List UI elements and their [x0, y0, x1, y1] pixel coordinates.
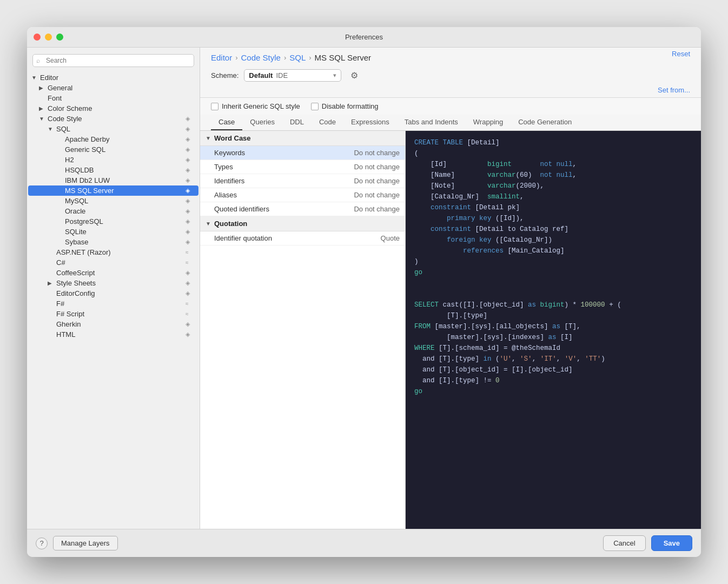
tab-queries[interactable]: Queries: [242, 115, 282, 130]
sidebar-item-color-scheme[interactable]: ▶ Color Scheme: [28, 103, 198, 114]
sidebar-item-fsharp-script[interactable]: F# Script ≈: [28, 309, 198, 319]
code-line-3: [Id] bigint not null,: [414, 159, 692, 170]
code-line-9: constraint [Detail to Catalog ref]: [414, 224, 692, 235]
breadcrumb-arrow-2: ›: [284, 54, 286, 62]
gear-button[interactable]: ⚙: [347, 68, 362, 83]
sidebar-item-html[interactable]: HTML ◈: [28, 329, 198, 340]
code-line-7: constraint [Detail pk]: [414, 202, 692, 213]
titlebar: Preferences: [27, 27, 701, 48]
sidebar-item-oracle[interactable]: Oracle ◈: [28, 206, 198, 216]
disable-format-option[interactable]: Disable formatting: [311, 102, 379, 110]
quotation-section-header[interactable]: ▼ Quotation: [200, 216, 405, 231]
section-collapse-arrow: ▼: [206, 135, 211, 141]
types-row[interactable]: Types Do not change: [200, 160, 405, 174]
scheme-label: Scheme:: [211, 71, 239, 79]
window-controls: [34, 34, 63, 41]
sidebar-item-ibm-db2[interactable]: IBM Db2 LUW ◈: [28, 175, 198, 185]
search-bar: ⌕: [27, 51, 200, 70]
sidebar-item-font[interactable]: Font: [28, 93, 198, 103]
disable-checkbox[interactable]: [311, 103, 319, 110]
tab-case[interactable]: Case: [211, 115, 242, 130]
sidebar-item-coffeescript[interactable]: CoffeeScript ◈: [28, 268, 198, 278]
aliases-value: Do not change: [354, 191, 400, 199]
code-line-8: primary key ([Id]),: [414, 213, 692, 224]
sidebar-item-editorconfig[interactable]: EditorConfig ◈: [28, 288, 198, 298]
quoted-identifiers-row[interactable]: Quoted identifiers Do not change: [200, 202, 405, 216]
sidebar-item-sybase[interactable]: Sybase ◈: [28, 237, 198, 247]
code-line-1: CREATE TABLE [Detail]: [414, 137, 692, 148]
tab-code-generation[interactable]: Code Generation: [511, 115, 579, 130]
search-input[interactable]: [32, 54, 194, 67]
cancel-button[interactable]: Cancel: [603, 535, 645, 551]
sidebar-item-general[interactable]: ▶ General: [28, 83, 198, 93]
breadcrumb-editor[interactable]: Editor: [211, 53, 232, 62]
code-preview-panel: CREATE TABLE [Detail] ( [Id] bigint not …: [406, 131, 701, 529]
layer-icon: ◈: [186, 218, 195, 225]
sidebar-item-postgresql[interactable]: PostgreSQL ◈: [28, 216, 198, 227]
maximize-button[interactable]: [56, 34, 63, 41]
sidebar-item-fsharp[interactable]: F# ≈: [28, 298, 198, 309]
scheme-row: Scheme: Default IDE ▾ ⚙: [211, 68, 690, 83]
sidebar-item-code-style[interactable]: ▼ Code Style ◈: [28, 114, 198, 124]
aliases-row[interactable]: Aliases Do not change: [200, 188, 405, 202]
identifier-quotation-row[interactable]: Identifier quotation Quote: [200, 231, 405, 245]
set-from-link[interactable]: Set from...: [658, 86, 690, 94]
tab-wrapping[interactable]: Wrapping: [466, 115, 511, 130]
word-case-section-header[interactable]: ▼ Word Case: [200, 131, 405, 146]
chevron-down-icon: ▾: [333, 72, 336, 79]
manage-layers-button[interactable]: Manage Layers: [53, 536, 118, 550]
inherit-label: Inherit Generic SQL style: [222, 102, 300, 110]
layer-icon: ◈: [186, 321, 195, 328]
layer-icon: ◈: [186, 156, 195, 163]
sidebar-item-style-sheets[interactable]: ▶ Style Sheets ◈: [28, 278, 198, 288]
breadcrumb-sql[interactable]: SQL: [289, 53, 306, 62]
sidebar-item-editor[interactable]: ▼ Editor: [28, 72, 198, 83]
save-button[interactable]: Save: [651, 535, 692, 551]
sidebar-item-gherkin[interactable]: Gherkin ◈: [28, 319, 198, 329]
sidebar-item-h2[interactable]: H2 ◈: [28, 155, 198, 165]
code-line-24: go: [414, 386, 692, 397]
breadcrumb: Editor › Code Style › SQL › MS SQL Serve…: [211, 53, 371, 62]
keywords-value: Do not change: [354, 149, 400, 157]
layer-icon: ◈: [186, 177, 195, 184]
inherit-option[interactable]: Inherit Generic SQL style: [211, 102, 300, 110]
keywords-row[interactable]: Keywords Do not change: [200, 146, 405, 160]
tab-expressions[interactable]: Expressions: [343, 115, 397, 130]
minimize-button[interactable]: [45, 34, 52, 41]
sidebar-item-sql[interactable]: ▼ SQL ◈: [28, 124, 198, 134]
close-button[interactable]: [34, 34, 41, 41]
layer-icon: ◈: [186, 146, 195, 153]
identifiers-value: Do not change: [354, 177, 400, 185]
tab-tabs-indents[interactable]: Tabs and Indents: [397, 115, 466, 130]
layer-icon: ◈: [186, 167, 195, 174]
search-wrapper: ⌕: [32, 54, 194, 67]
code-line-14: [414, 278, 692, 289]
sidebar-item-sqlite[interactable]: SQLite ◈: [28, 227, 198, 237]
help-button[interactable]: ?: [36, 537, 48, 549]
footer-right: Cancel Save: [603, 535, 692, 551]
sidebar-item-csharp[interactable]: C# ≈: [28, 257, 198, 268]
types-value: Do not change: [354, 163, 400, 171]
quoted-identifiers-value: Do not change: [354, 205, 400, 213]
breadcrumb-arrow-3: ›: [309, 54, 311, 62]
identifier-quotation-label: Identifier quotation: [214, 234, 381, 242]
sidebar-item-mysql[interactable]: MySQL ◈: [28, 196, 198, 206]
sidebar-item-generic-sql[interactable]: Generic SQL ◈: [28, 144, 198, 155]
sidebar-item-hsqldb[interactable]: HSQLDB ◈: [28, 165, 198, 175]
reset-button[interactable]: Reset: [672, 50, 690, 58]
identifiers-row[interactable]: Identifiers Do not change: [200, 174, 405, 188]
expand-arrow: ▶: [48, 280, 56, 286]
code-line-6: [Catalog_Nr] smallint,: [414, 191, 692, 202]
scheme-selector[interactable]: Default IDE ▾: [244, 69, 341, 82]
word-case-title: Word Case: [214, 134, 251, 142]
breadcrumb-code-style[interactable]: Code Style: [241, 53, 281, 62]
sidebar-item-apache-derby[interactable]: Apache Derby ◈: [28, 134, 198, 144]
layer-icon: ◈: [186, 331, 195, 338]
code-line-10: foreign key ([Catalog_Nr]): [414, 235, 692, 245]
tab-ddl[interactable]: DDL: [282, 115, 312, 130]
inherit-checkbox[interactable]: [211, 103, 219, 110]
tab-code[interactable]: Code: [312, 115, 343, 130]
sidebar-item-ms-sql[interactable]: MS SQL Server ◈: [28, 185, 198, 196]
sidebar-item-aspnet[interactable]: ASP.NET (Razor) ≈: [28, 247, 198, 257]
preferences-window: Preferences ⌕ ▼ Editor ▶ General Fo: [27, 27, 701, 557]
